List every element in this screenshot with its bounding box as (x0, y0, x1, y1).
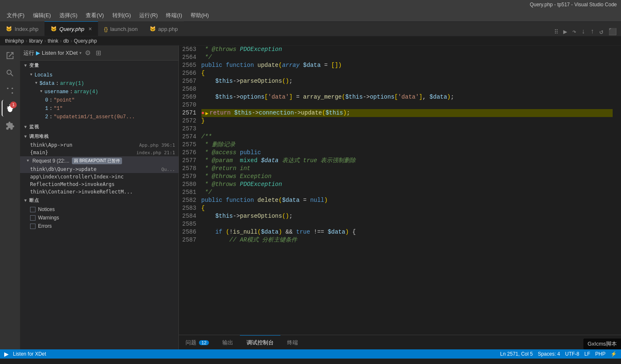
tab-label: Index.php (15, 26, 38, 32)
code-container[interactable]: 2563 2564 2565 2566 2567 2568 2569 2570 … (179, 46, 621, 335)
callstack-chevron: ▼ (23, 134, 28, 139)
breakpoint-warnings[interactable]: Warnings (20, 214, 178, 222)
code-line-2581: */ (201, 188, 613, 196)
callstack-container-item[interactable]: think\Container->invokeReflectM... (20, 188, 178, 196)
tab-active-label: Query.php (59, 26, 84, 32)
tab-index-php[interactable]: 🐱 Index.php (0, 21, 44, 36)
tab-problems[interactable]: 问题 12 (179, 335, 216, 349)
breadcrumb-part-3[interactable]: db (63, 38, 69, 44)
breakpoint-errors[interactable]: Errors (20, 222, 178, 230)
variables-tree: ▼ Locals ▼ $data : array(1) ▼ username :… (20, 70, 178, 122)
locals-expand: ▼ (30, 72, 32, 78)
run-button[interactable]: 运行 ▶ Listen for XDet ▾ (23, 49, 81, 57)
menu-file[interactable]: 文件(F) (3, 11, 28, 20)
menu-view[interactable]: 查看(V) (82, 11, 107, 20)
breakpoints-header[interactable]: ▼ 断点 (20, 196, 178, 205)
ln-2572: 2572 (182, 117, 196, 125)
callstack-name-3: think\db\Query->update (30, 166, 97, 172)
breadcrumb-part-1[interactable]: library (29, 38, 43, 44)
data-item[interactable]: ▼ $data : array(1) (20, 79, 178, 88)
arr-2-key: 2 (45, 113, 48, 121)
code-line-2568 (201, 85, 613, 93)
arr-0-item[interactable]: 0 : "point" (20, 96, 178, 104)
code-content[interactable]: * @throws PDOException */ public functio… (201, 46, 621, 335)
locals-item[interactable]: ▼ Locals (20, 71, 178, 79)
menu-help[interactable]: 帮助(H) (187, 11, 212, 20)
play-debug-icon[interactable]: ▶ (563, 28, 568, 36)
breadcrumb-part-0[interactable]: thinkphp (5, 38, 24, 44)
tab-app-php[interactable]: 🐱 app.php (144, 21, 184, 36)
ln-2584: 2584 (182, 212, 196, 220)
activity-debug[interactable]: 1 (2, 100, 18, 117)
menu-edit[interactable]: 编辑(E) (30, 11, 54, 20)
breadcrumb-part-4[interactable]: Query.php (74, 38, 97, 44)
code-line-2578: * @return int (201, 165, 613, 173)
menu-goto[interactable]: 转到(G) (109, 11, 135, 20)
callstack-run-item[interactable]: think\App->run App.php 396:1 (20, 141, 178, 149)
tab-output[interactable]: 输出 (216, 335, 240, 349)
ln-2573: 2573 (182, 125, 196, 133)
step-over-icon[interactable]: ↷ (573, 28, 577, 36)
ln-2586: 2586 (182, 228, 196, 236)
tab-query-php[interactable]: 🐱 Query.php × (44, 21, 98, 36)
callstack-index-item[interactable]: app\index\controller\Index->inc (20, 173, 178, 181)
callstack-file-0: App.php 396:1 (139, 143, 175, 148)
stop-icon[interactable]: ⬛ (608, 28, 617, 36)
menu-terminal[interactable]: 终端(I) (163, 11, 185, 20)
callstack-paused-item[interactable]: ▼ Request 9 (22:... 因 BREAKPOINT 已暂停 (20, 156, 178, 165)
status-position[interactable]: Ln 2571, Col 5 (500, 351, 533, 357)
settings-button[interactable]: ⚙ (83, 47, 92, 59)
code-line-2567: $this->parseOptions(); (201, 77, 613, 85)
split-editor-icon[interactable]: ⠿ (554, 28, 558, 36)
status-notify-icon[interactable]: ⚡ (611, 351, 617, 357)
step-into-icon[interactable]: ↓ (581, 28, 585, 36)
callstack-reflection-item[interactable]: ReflectionMethod->invokeArgs (20, 181, 178, 188)
line-numbers: 2563 2564 2565 2566 2567 2568 2569 2570 … (179, 46, 201, 335)
menu-run[interactable]: 运行(R) (136, 11, 161, 20)
breadcrumb-part-2[interactable]: think (48, 38, 58, 44)
watermark-text: GxIcms脚本 (588, 341, 617, 347)
arr-0-val: "point" (53, 97, 74, 104)
bp-warnings-checkbox[interactable] (30, 215, 36, 221)
status-spaces[interactable]: Spaces: 4 (538, 351, 560, 357)
open-launch-button[interactable]: ⊞ (94, 47, 103, 59)
dropdown-arrow[interactable]: ▾ (79, 51, 81, 55)
bp-errors-checkbox[interactable] (30, 224, 36, 229)
callstack-main-item[interactable]: {main} index.php 21:1 (20, 149, 178, 156)
restart-icon[interactable]: ↺ (599, 28, 603, 36)
username-type: array(4) (74, 88, 98, 96)
step-out-icon[interactable]: ↑ (590, 28, 595, 36)
activity-source-control[interactable] (2, 82, 18, 99)
status-encoding[interactable]: UTF-8 (565, 351, 579, 357)
run-label: 运行 (23, 49, 34, 57)
status-eol[interactable]: LF (584, 351, 590, 357)
callstack-header[interactable]: ▼ 调用堆栈 (20, 132, 178, 141)
ln-2569: 2569 (182, 93, 196, 101)
username-item[interactable]: ▼ username : array(4) (20, 88, 178, 96)
code-line-2569: $this->options['data'] = array_merge($th… (201, 93, 613, 101)
callstack-query-update[interactable]: think\db\Query->update Qu... (20, 165, 178, 173)
arr-2-item[interactable]: 2 : "updatetim1/1_assert(0u7... (20, 113, 178, 121)
tab-launch-json[interactable]: {} launch.json (98, 21, 143, 36)
activity-explorer[interactable] (2, 47, 18, 64)
breakpoint-notices[interactable]: Notices (20, 205, 178, 214)
arr-1-item[interactable]: 1 : "1" (20, 104, 178, 113)
code-line-2572: } (201, 117, 613, 125)
main-layout: 1 运行 ▶ Listen for XDet ▾ ⚙ ⊞ ▼ 变量 (0, 46, 621, 349)
watch-header[interactable]: ▼ 监视 (20, 122, 178, 132)
tab-close-button[interactable]: × (89, 25, 92, 32)
sidebar-panel: 运行 ▶ Listen for XDet ▾ ⚙ ⊞ ▼ 变量 ▼ Locals (20, 46, 179, 349)
ln-2570: 2570 (182, 101, 196, 109)
sidebar-scroll[interactable]: ▼ 变量 ▼ Locals ▼ $data : array(1) (20, 61, 178, 349)
ln-2583: 2583 (182, 204, 196, 212)
locals-label: Locals (34, 71, 52, 79)
bp-notices-checkbox[interactable] (30, 207, 36, 212)
activity-search[interactable] (2, 65, 18, 81)
tab-terminal[interactable]: 终端 (280, 335, 305, 349)
status-lang[interactable]: PHP (595, 351, 606, 357)
tab-debug-console[interactable]: 调试控制台 (240, 335, 280, 349)
menu-select[interactable]: 选择(S) (56, 11, 81, 20)
callstack-name-0: think\App->run (30, 142, 72, 148)
variables-header[interactable]: ▼ 变量 (20, 61, 178, 70)
activity-extensions[interactable] (2, 117, 18, 134)
